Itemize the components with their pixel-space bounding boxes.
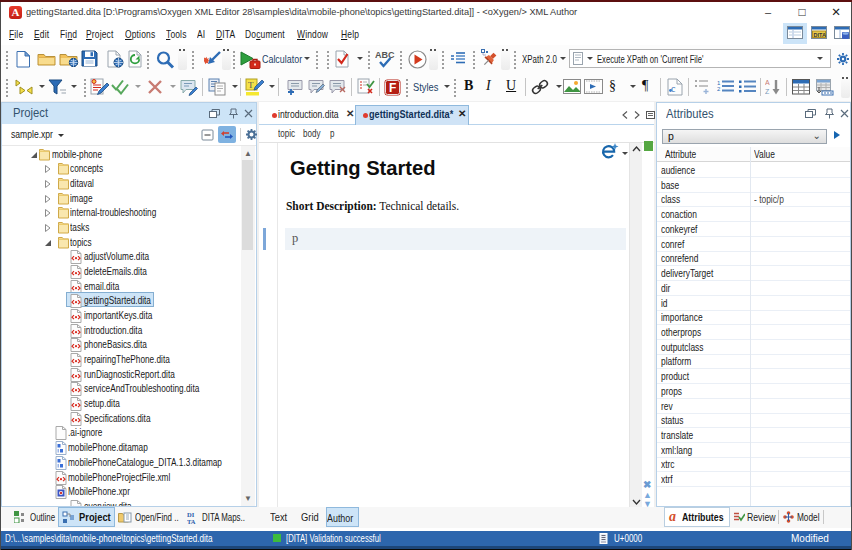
- svg-text:A: A: [765, 79, 770, 86]
- svg-text:c: c: [671, 83, 676, 94]
- svg-text:Z: Z: [765, 88, 770, 95]
- svg-text:DITA: DITA: [814, 32, 826, 38]
- svg-text:2: 2: [717, 86, 721, 92]
- svg-text:1: 1: [717, 80, 721, 86]
- svg-text:F: F: [389, 81, 396, 95]
- svg-text:TA: TA: [187, 518, 196, 525]
- svg-text:T: T: [248, 80, 254, 90]
- svg-text:ABC: ABC: [375, 50, 395, 60]
